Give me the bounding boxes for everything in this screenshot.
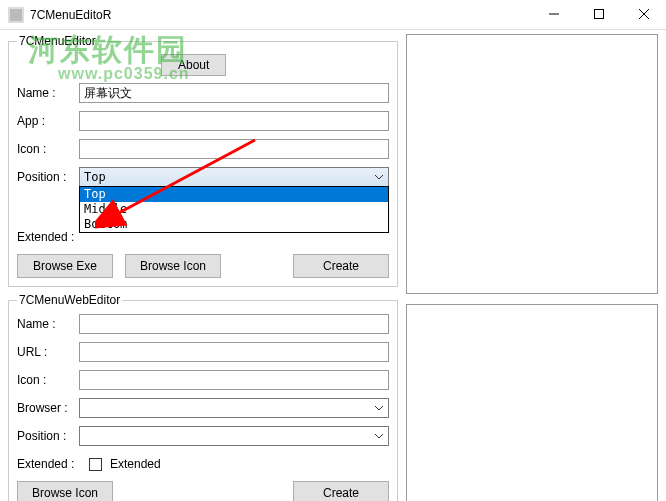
- chevron-down-icon: [374, 402, 384, 416]
- web-browse-icon-button[interactable]: Browse Icon: [17, 481, 113, 501]
- app-input[interactable]: [79, 111, 389, 131]
- menu-web-editor-legend: 7CMenuWebEditor: [17, 293, 122, 307]
- position-selected-text: Top: [84, 170, 106, 184]
- icon-input[interactable]: [79, 139, 389, 159]
- menu-web-editor-group: 7CMenuWebEditor Name : URL : Icon : Brow…: [8, 293, 398, 501]
- position-option-bottom[interactable]: Bottom: [80, 217, 388, 232]
- web-extended-label: Extended :: [17, 457, 85, 471]
- web-position-select[interactable]: [79, 426, 389, 446]
- create-button[interactable]: Create: [293, 254, 389, 278]
- name-input[interactable]: [79, 83, 389, 103]
- web-icon-label: Icon :: [17, 373, 75, 387]
- about-button[interactable]: About: [161, 54, 226, 76]
- svg-rect-0: [10, 9, 22, 21]
- close-button[interactable]: [621, 0, 666, 28]
- url-input[interactable]: [79, 342, 389, 362]
- preview-panel-top: [406, 34, 658, 294]
- menu-editor-legend: 7CMenuEditor: [17, 34, 98, 48]
- web-position-label: Position :: [17, 429, 75, 443]
- extended-checkbox[interactable]: [89, 458, 102, 471]
- position-dropdown: Top Middle Bottom: [79, 186, 389, 233]
- maximize-button[interactable]: [576, 0, 621, 28]
- titlebar: 7CMenuEditoR: [0, 0, 666, 30]
- extended-label: Extended :: [17, 230, 75, 244]
- minimize-button[interactable]: [531, 0, 576, 28]
- position-select[interactable]: Top: [79, 167, 389, 187]
- web-icon-input[interactable]: [79, 370, 389, 390]
- chevron-down-icon: [374, 171, 384, 185]
- position-label: Position :: [17, 170, 75, 184]
- extended-checkbox-label: Extended: [110, 457, 161, 471]
- browse-exe-button[interactable]: Browse Exe: [17, 254, 113, 278]
- svg-rect-2: [594, 10, 603, 19]
- url-label: URL :: [17, 345, 75, 359]
- position-option-middle[interactable]: Middle: [80, 202, 388, 217]
- browser-select[interactable]: [79, 398, 389, 418]
- web-create-button[interactable]: Create: [293, 481, 389, 501]
- preview-panel-bottom: [406, 304, 658, 501]
- name-label: Name :: [17, 86, 75, 100]
- chevron-down-icon: [374, 430, 384, 444]
- app-label: App :: [17, 114, 75, 128]
- icon-label: Icon :: [17, 142, 75, 156]
- position-option-top[interactable]: Top: [80, 187, 388, 202]
- window-title: 7CMenuEditoR: [30, 8, 531, 22]
- web-name-label: Name :: [17, 317, 75, 331]
- browser-label: Browser :: [17, 401, 75, 415]
- web-name-input[interactable]: [79, 314, 389, 334]
- browse-icon-button[interactable]: Browse Icon: [125, 254, 221, 278]
- app-icon: [8, 7, 24, 23]
- menu-editor-group: 7CMenuEditor About Name : App : Icon :: [8, 34, 398, 287]
- window-controls: [531, 0, 666, 29]
